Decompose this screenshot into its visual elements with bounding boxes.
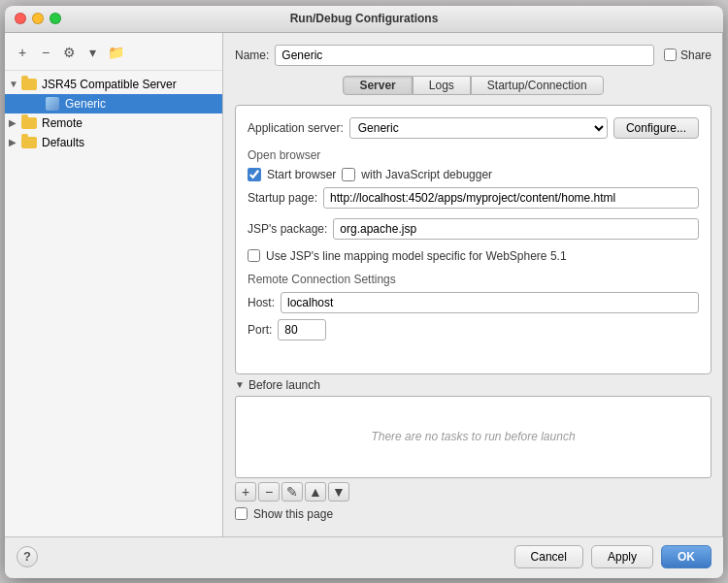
remote-connection-label: Remote Connection Settings xyxy=(248,273,396,286)
remote-connection-section: Remote Connection Settings Host: Port: xyxy=(248,273,699,340)
port-input[interactable] xyxy=(278,319,326,340)
toggle-icon: ▼ xyxy=(9,79,20,89)
startup-page-label: Startup page: xyxy=(248,191,317,205)
sidebar-item-generic[interactable]: Generic xyxy=(5,94,222,113)
jsps-label: JSP's package: xyxy=(248,222,327,236)
use-jsp-label: Use JSP's line mapping model specific fo… xyxy=(266,249,567,263)
js-debugger-label: with JavaScript debugger xyxy=(361,168,492,181)
share-label: Share xyxy=(680,49,711,62)
js-debugger-checkbox[interactable] xyxy=(342,168,355,181)
jsps-row: JSP's package: xyxy=(248,218,699,240)
remove-config-button[interactable]: − xyxy=(36,43,55,62)
sort-config-button[interactable]: ▾ xyxy=(83,43,102,62)
sidebar-item-label: JSR45 Compatible Server xyxy=(42,78,177,91)
open-browser-section: Open browser Start browser with JavaScri… xyxy=(248,148,699,209)
before-launch-label: Before launch xyxy=(248,378,320,392)
name-label: Name: xyxy=(235,49,269,62)
before-launch-box: There are no tasks to run before launch xyxy=(235,396,711,478)
folder-button[interactable]: 📁 xyxy=(106,43,125,62)
tabs-bar: Server Logs Startup/Connection xyxy=(235,76,711,95)
configure-button[interactable]: Configure... xyxy=(613,117,699,139)
toggle-icon: ▶ xyxy=(9,117,20,128)
titlebar: Run/Debug Configurations xyxy=(5,6,723,33)
start-browser-label: Start browser xyxy=(267,168,336,181)
app-server-label: Application server: xyxy=(248,121,344,135)
main-panel: Name: Share Server Logs Startup/Connecti… xyxy=(223,33,723,536)
bl-up-button[interactable]: ▲ xyxy=(305,482,326,502)
host-input[interactable] xyxy=(281,292,699,313)
traffic-lights xyxy=(15,13,61,24)
before-launch-header: ▼ Before launch xyxy=(235,378,711,392)
sidebar-item-defaults[interactable]: ▶ Defaults xyxy=(5,133,222,152)
browser-options: Start browser with JavaScript debugger S… xyxy=(248,168,699,209)
window: Run/Debug Configurations + − ⚙ ▾ 📁 ▼ JSR… xyxy=(5,6,723,578)
bottom-bar: ? Cancel Apply OK xyxy=(5,536,723,578)
remote-icon xyxy=(20,115,38,131)
startup-page-input[interactable] xyxy=(323,187,699,209)
sidebar-item-remote[interactable]: ▶ Remote xyxy=(5,113,222,133)
use-jsp-row: Use JSP's line mapping model specific fo… xyxy=(248,249,699,263)
generic-icon xyxy=(44,96,61,112)
start-browser-row: Start browser with JavaScript debugger xyxy=(248,168,699,181)
share-checkbox[interactable] xyxy=(664,49,677,61)
host-row: Host: xyxy=(248,292,699,313)
start-browser-checkbox[interactable] xyxy=(248,168,261,181)
show-page-label: Show this page xyxy=(253,507,333,521)
ok-button[interactable]: OK xyxy=(661,545,711,568)
host-label: Host: xyxy=(248,296,275,309)
minimize-button[interactable] xyxy=(32,13,44,24)
tab-startup-connection[interactable]: Startup/Connection xyxy=(471,76,604,95)
port-row: Port: xyxy=(248,319,699,340)
sidebar-toolbar: + − ⚙ ▾ 📁 xyxy=(5,39,222,71)
open-browser-label: Open browser xyxy=(248,148,320,162)
cancel-button[interactable]: Cancel xyxy=(514,545,583,568)
bl-remove-button[interactable]: − xyxy=(258,482,280,502)
bl-add-button[interactable]: + xyxy=(235,482,256,502)
defaults-icon xyxy=(20,135,38,150)
port-label: Port: xyxy=(248,323,272,337)
bl-edit-button[interactable]: ✎ xyxy=(281,482,303,502)
before-launch-empty-text: There are no tasks to run before launch xyxy=(371,430,575,443)
window-title: Run/Debug Configurations xyxy=(290,12,439,25)
before-launch-toggle[interactable]: ▼ xyxy=(235,379,245,390)
sidebar: + − ⚙ ▾ 📁 ▼ JSR45 Compatible Server xyxy=(5,33,223,536)
jsps-input[interactable] xyxy=(333,218,699,240)
tab-logs[interactable]: Logs xyxy=(413,76,471,95)
share-area: Share xyxy=(664,49,711,62)
maximize-button[interactable] xyxy=(50,13,61,24)
sidebar-item-label: Generic xyxy=(65,97,106,111)
help-button[interactable]: ? xyxy=(17,546,38,567)
bl-down-button[interactable]: ▼ xyxy=(328,482,349,502)
content-area: + − ⚙ ▾ 📁 ▼ JSR45 Compatible Server xyxy=(5,33,723,536)
copy-config-button[interactable]: ⚙ xyxy=(59,43,79,62)
startup-page-row: Startup page: xyxy=(248,187,699,209)
add-config-button[interactable]: + xyxy=(13,43,32,62)
app-server-select[interactable]: Generic xyxy=(349,117,608,139)
show-page-row: Show this page xyxy=(235,503,711,525)
sidebar-item-label: Remote xyxy=(42,116,83,130)
name-row: Name: Share xyxy=(235,45,711,66)
bottom-buttons: Cancel Apply OK xyxy=(514,545,711,568)
apply-button[interactable]: Apply xyxy=(591,545,653,568)
tab-server[interactable]: Server xyxy=(343,76,412,95)
use-jsp-checkbox[interactable] xyxy=(248,249,260,262)
close-button[interactable] xyxy=(15,13,26,24)
app-server-row: Application server: Generic Configure... xyxy=(248,117,699,139)
sidebar-item-jsr45[interactable]: ▼ JSR45 Compatible Server xyxy=(5,75,222,94)
jsr45-icon xyxy=(20,77,38,92)
name-input[interactable] xyxy=(275,45,654,66)
before-launch-toolbar: + − ✎ ▲ ▼ xyxy=(235,480,711,503)
show-page-checkbox[interactable] xyxy=(235,507,248,520)
config-area: Application server: Generic Configure...… xyxy=(235,105,711,374)
toggle-icon: ▶ xyxy=(9,137,20,147)
sidebar-item-label: Defaults xyxy=(42,136,84,149)
before-launch-section: ▼ Before launch There are no tasks to ru… xyxy=(235,378,711,525)
